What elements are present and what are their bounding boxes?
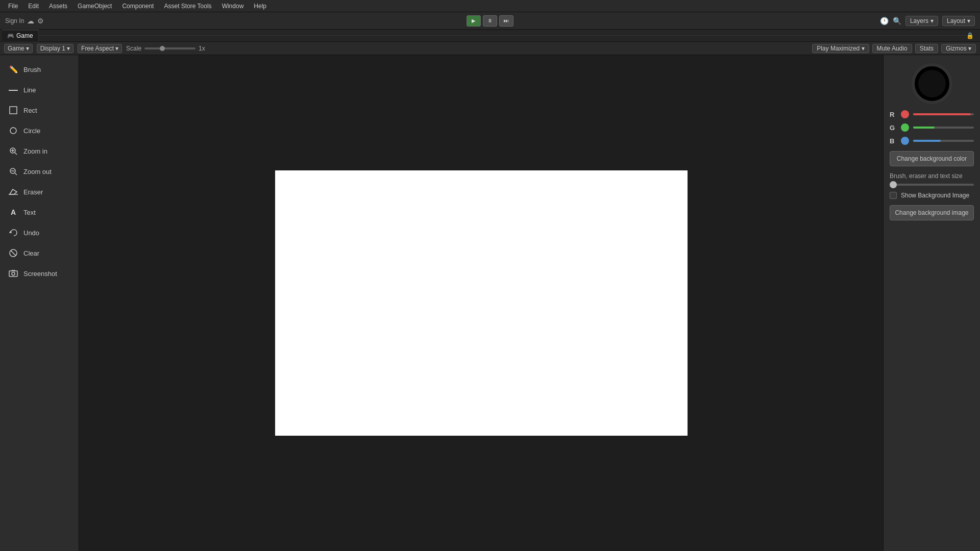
show-bg-row: Show Background Image	[890, 192, 974, 199]
brush-size-section: Brush, eraser and text size	[890, 172, 974, 186]
step-button[interactable]: ⏭	[499, 15, 513, 27]
red-dot	[901, 110, 909, 118]
brush-knob	[890, 181, 897, 188]
stats-button[interactable]: Stats	[915, 44, 938, 53]
show-bg-label: Show Background Image	[901, 192, 969, 199]
zoom-out-label: Zoom out	[23, 168, 52, 176]
tool-undo[interactable]: Undo	[0, 222, 79, 243]
pause-button[interactable]: ⏸	[483, 15, 497, 27]
scale-knob	[160, 46, 165, 51]
color-preview	[912, 63, 952, 104]
eraser-label: Eraser	[23, 188, 43, 196]
red-label: R	[890, 111, 897, 118]
aspect-dropdown[interactable]: Free Aspect ▾	[78, 44, 122, 53]
game-tab[interactable]: 🎮 Game	[2, 30, 39, 42]
play-maximized-label: Play Maximized	[817, 45, 860, 52]
blue-dot	[901, 137, 909, 145]
svg-rect-12	[9, 271, 17, 277]
blue-slider[interactable]	[913, 140, 974, 142]
screenshot-icon	[8, 268, 18, 279]
menu-edit[interactable]: Edit	[24, 2, 43, 11]
brush-label: Brush	[23, 66, 41, 73]
search-icon[interactable]: 🔍	[893, 17, 901, 25]
brush-size-slider[interactable]	[890, 184, 974, 186]
tab-bar: 🎮 Game 🔒	[0, 30, 980, 42]
menu-component[interactable]: Component	[118, 2, 158, 11]
play-maximized-button[interactable]: Play Maximized ▾	[812, 44, 869, 53]
eraser-icon	[8, 187, 18, 197]
red-slider[interactable]	[913, 113, 974, 115]
display-chevron-icon: ▾	[67, 45, 70, 52]
play-button[interactable]: ▶	[467, 15, 481, 27]
text-icon: A	[8, 207, 18, 217]
stats-label: Stats	[920, 45, 934, 52]
layout-dropdown[interactable]: Layout ▾	[942, 16, 975, 26]
tool-screenshot[interactable]: Screenshot	[0, 263, 79, 284]
red-row: R	[890, 110, 974, 118]
zoom-in-label: Zoom in	[23, 147, 47, 155]
main-content: ✏️ Brush — Line Rect Circle Zoom in	[0, 55, 980, 551]
gizmos-chevron-icon: ▾	[968, 45, 971, 52]
menu-gameobject[interactable]: GameObject	[74, 2, 116, 11]
zoom-in-icon	[8, 146, 18, 156]
drawing-canvas[interactable]	[275, 170, 688, 436]
text-label: Text	[23, 209, 36, 216]
tool-clear[interactable]: Clear	[0, 243, 79, 263]
game-right-controls: Play Maximized ▾ Mute Audio Stats Gizmos…	[812, 44, 976, 53]
gizmos-button[interactable]: Gizmos ▾	[941, 44, 976, 53]
tool-line[interactable]: — Line	[0, 80, 79, 100]
layers-dropdown[interactable]: Layers ▾	[905, 16, 938, 26]
scale-slider[interactable]	[144, 47, 195, 49]
change-bg-color-button[interactable]: Change background color	[890, 151, 974, 166]
change-bg-image-button[interactable]: Change background image	[890, 205, 974, 220]
menu-file[interactable]: File	[4, 2, 22, 11]
show-bg-checkbox[interactable]	[890, 192, 897, 199]
zoom-out-icon	[8, 166, 18, 177]
menu-bar: File Edit Assets GameObject Component As…	[0, 0, 980, 12]
game-tab-icon: 🎮	[7, 33, 14, 39]
green-label: G	[890, 124, 897, 132]
history-icon[interactable]: 🕐	[880, 17, 889, 25]
mute-audio-button[interactable]: Mute Audio	[872, 44, 912, 53]
menu-assets[interactable]: Assets	[45, 2, 71, 11]
menu-assetstoretools[interactable]: Asset Store Tools	[160, 2, 215, 11]
game-tab-label: Game	[16, 32, 33, 39]
gizmos-label: Gizmos	[946, 45, 967, 52]
svg-rect-0	[10, 107, 17, 114]
sign-in-button[interactable]: Sign In	[5, 17, 24, 24]
blue-label: B	[890, 137, 897, 145]
green-slider[interactable]	[913, 127, 974, 129]
account-icon: ⚙	[37, 17, 44, 25]
brush-size-label: Brush, eraser and text size	[890, 172, 974, 180]
undo-icon	[8, 228, 18, 238]
screenshot-label: Screenshot	[23, 270, 57, 278]
game-bar: Game ▾ Display 1 ▾ Free Aspect ▾ Scale 1…	[0, 42, 980, 55]
line-label: Line	[23, 86, 36, 94]
scale-value: 1x	[199, 45, 205, 52]
canvas-area[interactable]	[79, 55, 883, 551]
red-fill	[913, 113, 971, 115]
circle-label: Circle	[23, 127, 40, 135]
tool-brush[interactable]: ✏️ Brush	[0, 59, 79, 80]
svg-line-3	[15, 153, 17, 155]
tool-zoom-in[interactable]: Zoom in	[0, 141, 79, 161]
menu-help[interactable]: Help	[250, 2, 271, 11]
mute-audio-label: Mute Audio	[877, 45, 908, 52]
tool-zoom-out[interactable]: Zoom out	[0, 161, 79, 182]
aspect-chevron-icon: ▾	[115, 45, 118, 52]
layout-chevron-icon: ▾	[967, 17, 970, 24]
scale-area: Scale 1x	[126, 45, 205, 52]
rect-label: Rect	[23, 107, 37, 114]
menu-window[interactable]: Window	[218, 2, 248, 11]
tool-rect[interactable]: Rect	[0, 100, 79, 120]
layers-chevron-icon: ▾	[930, 17, 934, 24]
tool-circle[interactable]: Circle	[0, 120, 79, 141]
green-fill	[913, 127, 935, 129]
tool-text[interactable]: A Text	[0, 202, 79, 222]
tool-eraser[interactable]: Eraser	[0, 182, 79, 202]
right-controls: 🕐 🔍 Layers ▾ Layout ▾	[880, 16, 975, 26]
play-maximized-chevron-icon: ▾	[862, 45, 865, 52]
game-dropdown[interactable]: Game ▾	[4, 44, 33, 53]
left-tool-panel: ✏️ Brush — Line Rect Circle Zoom in	[0, 55, 79, 551]
display-dropdown[interactable]: Display 1 ▾	[37, 44, 74, 53]
